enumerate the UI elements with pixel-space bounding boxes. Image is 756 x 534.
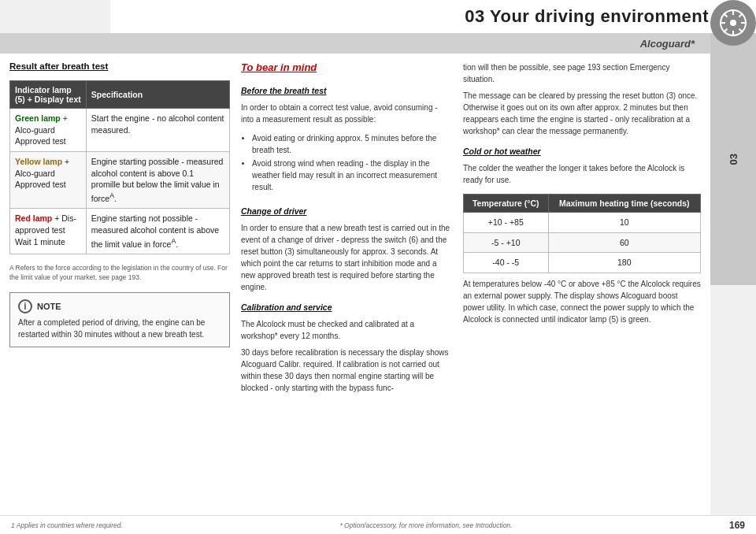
table-col2-header: Specification [86,81,229,109]
table-footnote: A Refers to the force according to the l… [9,264,230,283]
to-bear-title: To bear in mind [241,61,452,73]
bullet-list: Avoid eating or drinking approx. 5 minut… [241,132,452,195]
red-lamp-text: Red lamp [15,213,52,223]
note-box: i NOTE After a completed period of drivi… [9,292,230,347]
table-row: -5 - +10 60 [464,232,701,253]
time-cell-2: 60 [548,232,700,253]
chapter-icon [710,0,756,46]
temp-col1-header: Temperature (°C) [464,195,549,213]
calibration-heading: Calibration and service [241,302,452,312]
temp-cell-3: -40 - -5 [464,253,549,273]
svg-line-7 [739,29,743,33]
temperature-table: Temperature (°C) Maximum heating time (s… [463,194,701,273]
calibration-text: The Alcolock must be checked and calibra… [241,318,452,342]
table-col1-header: Indicator lamp (5) + Display text [10,81,87,109]
table-cell-indicator-1: Green lamp + Alco-guard Approved test [10,109,87,152]
continue-text: tion will then be possible, see page 193… [463,61,701,85]
table-row: +10 - +85 10 [464,213,701,233]
page-number: 169 [729,520,745,531]
bullet-item-1: Avoid eating or drinking approx. 5 minut… [252,132,452,156]
left-section-title: Result after breath test [9,61,230,71]
page-title: 03 Your driving environment [465,6,709,27]
page-header: 03 Your driving environment [110,0,756,33]
info-icon: i [18,299,32,313]
breath-test-table: Indicator lamp (5) + Display text Specif… [9,80,230,254]
alcoguard-title: Alcoguard* [640,38,695,50]
table-cell-spec-2: Engine starting possible - measured alco… [86,152,229,209]
bottom-footnote: 1 Applies in countries where required. [11,521,123,529]
change-heading: Change of driver [241,206,452,216]
green-lamp-text: Green lamp [15,113,61,123]
bottom-bar: 1 Applies in countries where required. *… [0,515,756,534]
svg-line-9 [724,29,728,33]
temp-cell-2: -5 - +10 [464,232,549,253]
before-text: In order to obtain a correct test value,… [241,102,452,125]
time-cell-1: 10 [548,213,700,233]
note-title: NOTE [37,302,61,311]
table-row: Red lamp + Dis-approved test Wait 1 minu… [10,209,230,254]
table-row: Green lamp + Alco-guard Approved test St… [10,109,230,152]
temp-col2-header: Maximum heating time (seconds) [548,195,700,213]
time-cell-3: 180 [548,253,700,273]
chapter-tab-label: 03 [728,154,739,165]
cold-heading: Cold or hot weather [463,146,701,156]
bullet-item-2: Avoid strong wind when reading - the dis… [252,158,452,193]
cold-text: The colder the weather the longer it tak… [463,162,701,186]
table-cell-indicator-3: Red lamp + Dis-approved test Wait 1 minu… [10,209,87,254]
note-header: i NOTE [18,299,221,313]
middle-column: To bear in mind Before the breath test I… [241,61,452,507]
yellow-lamp-text: Yellow lamp [15,157,62,166]
table-cell-indicator-2: Yellow lamp + Alco-guard Approved test [10,152,87,209]
content-area: Result after breath test Indicator lamp … [0,54,710,515]
temp-cell-1: +10 - +85 [464,213,549,233]
right-column: tion will then be possible, see page 193… [463,61,701,507]
alcoguard-banner: Alcoguard* [0,33,710,54]
table-cell-spec-1: Start the engine - no alcohol content me… [86,109,229,152]
table-row: Yellow lamp + Alco-guard Approved test E… [10,152,230,209]
svg-line-6 [724,13,728,17]
svg-point-1 [730,20,736,26]
left-column: Result after breath test Indicator lamp … [9,61,230,507]
change-text: In order to ensure that a new breath tes… [241,222,452,293]
before-heading: Before the breath test [241,86,452,95]
table-cell-spec-3: Engine starting not possible - measured … [86,209,229,254]
svg-line-8 [739,13,743,17]
option-text: * Option/accessory, for more information… [339,521,512,529]
hot-text: At temperatures below -40 °C or above +8… [463,278,701,325]
note-text: After a completed period of driving, the… [18,317,221,340]
table-row: -40 - -5 180 [464,253,701,273]
days-text: 30 days before recalibration is necessar… [241,347,452,394]
clear-text: The message can be cleared by pressing t… [463,90,701,137]
chapter-tab: 03 [710,33,756,285]
